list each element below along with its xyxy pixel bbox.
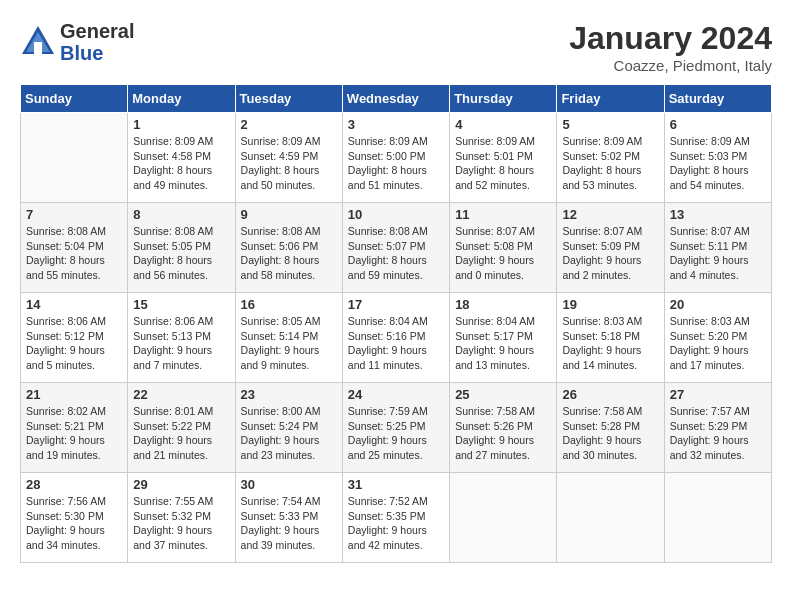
weekday-header-saturday: Saturday [664, 85, 771, 113]
calendar-cell: 18Sunrise: 8:04 AM Sunset: 5:17 PM Dayli… [450, 293, 557, 383]
calendar-cell: 3Sunrise: 8:09 AM Sunset: 5:00 PM Daylig… [342, 113, 449, 203]
day-info: Sunrise: 8:04 AM Sunset: 5:16 PM Dayligh… [348, 314, 444, 373]
day-number: 10 [348, 207, 444, 222]
calendar-cell: 2Sunrise: 8:09 AM Sunset: 4:59 PM Daylig… [235, 113, 342, 203]
calendar-cell: 5Sunrise: 8:09 AM Sunset: 5:02 PM Daylig… [557, 113, 664, 203]
day-number: 13 [670, 207, 766, 222]
day-number: 17 [348, 297, 444, 312]
calendar-cell: 17Sunrise: 8:04 AM Sunset: 5:16 PM Dayli… [342, 293, 449, 383]
calendar-cell: 23Sunrise: 8:00 AM Sunset: 5:24 PM Dayli… [235, 383, 342, 473]
day-number: 22 [133, 387, 229, 402]
calendar-cell: 10Sunrise: 8:08 AM Sunset: 5:07 PM Dayli… [342, 203, 449, 293]
day-info: Sunrise: 8:03 AM Sunset: 5:20 PM Dayligh… [670, 314, 766, 373]
calendar-cell: 25Sunrise: 7:58 AM Sunset: 5:26 PM Dayli… [450, 383, 557, 473]
day-number: 20 [670, 297, 766, 312]
day-number: 1 [133, 117, 229, 132]
weekday-row: SundayMondayTuesdayWednesdayThursdayFrid… [21, 85, 772, 113]
calendar-header: SundayMondayTuesdayWednesdayThursdayFrid… [21, 85, 772, 113]
calendar-cell [450, 473, 557, 563]
day-info: Sunrise: 8:06 AM Sunset: 5:12 PM Dayligh… [26, 314, 122, 373]
calendar-cell: 4Sunrise: 8:09 AM Sunset: 5:01 PM Daylig… [450, 113, 557, 203]
calendar-body: 1Sunrise: 8:09 AM Sunset: 4:58 PM Daylig… [21, 113, 772, 563]
calendar-cell: 26Sunrise: 7:58 AM Sunset: 5:28 PM Dayli… [557, 383, 664, 473]
logo-icon [20, 24, 56, 60]
calendar-cell: 9Sunrise: 8:08 AM Sunset: 5:06 PM Daylig… [235, 203, 342, 293]
day-number: 26 [562, 387, 658, 402]
day-info: Sunrise: 8:09 AM Sunset: 5:01 PM Dayligh… [455, 134, 551, 193]
day-number: 2 [241, 117, 337, 132]
calendar-cell: 13Sunrise: 8:07 AM Sunset: 5:11 PM Dayli… [664, 203, 771, 293]
day-number: 30 [241, 477, 337, 492]
day-number: 25 [455, 387, 551, 402]
day-info: Sunrise: 8:07 AM Sunset: 5:09 PM Dayligh… [562, 224, 658, 283]
day-info: Sunrise: 7:54 AM Sunset: 5:33 PM Dayligh… [241, 494, 337, 553]
calendar-cell: 31Sunrise: 7:52 AM Sunset: 5:35 PM Dayli… [342, 473, 449, 563]
calendar-cell [664, 473, 771, 563]
day-info: Sunrise: 8:09 AM Sunset: 4:59 PM Dayligh… [241, 134, 337, 193]
day-number: 16 [241, 297, 337, 312]
day-info: Sunrise: 8:07 AM Sunset: 5:11 PM Dayligh… [670, 224, 766, 283]
day-info: Sunrise: 8:08 AM Sunset: 5:05 PM Dayligh… [133, 224, 229, 283]
calendar-cell: 12Sunrise: 8:07 AM Sunset: 5:09 PM Dayli… [557, 203, 664, 293]
day-info: Sunrise: 7:58 AM Sunset: 5:26 PM Dayligh… [455, 404, 551, 463]
calendar-cell: 14Sunrise: 8:06 AM Sunset: 5:12 PM Dayli… [21, 293, 128, 383]
weekday-header-thursday: Thursday [450, 85, 557, 113]
calendar-cell: 15Sunrise: 8:06 AM Sunset: 5:13 PM Dayli… [128, 293, 235, 383]
day-info: Sunrise: 8:09 AM Sunset: 5:00 PM Dayligh… [348, 134, 444, 193]
calendar-cell: 21Sunrise: 8:02 AM Sunset: 5:21 PM Dayli… [21, 383, 128, 473]
day-info: Sunrise: 7:57 AM Sunset: 5:29 PM Dayligh… [670, 404, 766, 463]
weekday-header-sunday: Sunday [21, 85, 128, 113]
day-number: 4 [455, 117, 551, 132]
day-info: Sunrise: 7:59 AM Sunset: 5:25 PM Dayligh… [348, 404, 444, 463]
day-info: Sunrise: 8:00 AM Sunset: 5:24 PM Dayligh… [241, 404, 337, 463]
day-info: Sunrise: 8:08 AM Sunset: 5:07 PM Dayligh… [348, 224, 444, 283]
day-number: 12 [562, 207, 658, 222]
page-header: General Blue January 2024 Coazze, Piedmo… [20, 20, 772, 74]
month-title: January 2024 [569, 20, 772, 57]
day-number: 23 [241, 387, 337, 402]
day-info: Sunrise: 8:05 AM Sunset: 5:14 PM Dayligh… [241, 314, 337, 373]
day-number: 5 [562, 117, 658, 132]
day-number: 7 [26, 207, 122, 222]
week-row-5: 28Sunrise: 7:56 AM Sunset: 5:30 PM Dayli… [21, 473, 772, 563]
day-info: Sunrise: 7:52 AM Sunset: 5:35 PM Dayligh… [348, 494, 444, 553]
weekday-header-friday: Friday [557, 85, 664, 113]
day-info: Sunrise: 7:55 AM Sunset: 5:32 PM Dayligh… [133, 494, 229, 553]
calendar-cell: 1Sunrise: 8:09 AM Sunset: 4:58 PM Daylig… [128, 113, 235, 203]
day-info: Sunrise: 8:08 AM Sunset: 5:06 PM Dayligh… [241, 224, 337, 283]
day-number: 28 [26, 477, 122, 492]
week-row-4: 21Sunrise: 8:02 AM Sunset: 5:21 PM Dayli… [21, 383, 772, 473]
calendar-cell: 6Sunrise: 8:09 AM Sunset: 5:03 PM Daylig… [664, 113, 771, 203]
day-info: Sunrise: 8:09 AM Sunset: 5:03 PM Dayligh… [670, 134, 766, 193]
calendar-cell: 27Sunrise: 7:57 AM Sunset: 5:29 PM Dayli… [664, 383, 771, 473]
day-number: 18 [455, 297, 551, 312]
day-info: Sunrise: 8:03 AM Sunset: 5:18 PM Dayligh… [562, 314, 658, 373]
calendar: SundayMondayTuesdayWednesdayThursdayFrid… [20, 84, 772, 563]
day-info: Sunrise: 8:07 AM Sunset: 5:08 PM Dayligh… [455, 224, 551, 283]
calendar-cell: 7Sunrise: 8:08 AM Sunset: 5:04 PM Daylig… [21, 203, 128, 293]
day-number: 9 [241, 207, 337, 222]
day-number: 11 [455, 207, 551, 222]
location: Coazze, Piedmont, Italy [569, 57, 772, 74]
week-row-2: 7Sunrise: 8:08 AM Sunset: 5:04 PM Daylig… [21, 203, 772, 293]
svg-rect-2 [34, 42, 42, 54]
calendar-cell: 11Sunrise: 8:07 AM Sunset: 5:08 PM Dayli… [450, 203, 557, 293]
calendar-cell: 20Sunrise: 8:03 AM Sunset: 5:20 PM Dayli… [664, 293, 771, 383]
calendar-cell: 24Sunrise: 7:59 AM Sunset: 5:25 PM Dayli… [342, 383, 449, 473]
day-number: 14 [26, 297, 122, 312]
calendar-cell: 29Sunrise: 7:55 AM Sunset: 5:32 PM Dayli… [128, 473, 235, 563]
weekday-header-wednesday: Wednesday [342, 85, 449, 113]
calendar-cell: 8Sunrise: 8:08 AM Sunset: 5:05 PM Daylig… [128, 203, 235, 293]
day-number: 27 [670, 387, 766, 402]
day-info: Sunrise: 8:09 AM Sunset: 4:58 PM Dayligh… [133, 134, 229, 193]
day-info: Sunrise: 8:08 AM Sunset: 5:04 PM Dayligh… [26, 224, 122, 283]
logo-blue: Blue [60, 42, 134, 64]
logo-text: General Blue [60, 20, 134, 64]
day-info: Sunrise: 8:06 AM Sunset: 5:13 PM Dayligh… [133, 314, 229, 373]
day-number: 3 [348, 117, 444, 132]
day-info: Sunrise: 8:09 AM Sunset: 5:02 PM Dayligh… [562, 134, 658, 193]
day-info: Sunrise: 7:56 AM Sunset: 5:30 PM Dayligh… [26, 494, 122, 553]
day-info: Sunrise: 8:04 AM Sunset: 5:17 PM Dayligh… [455, 314, 551, 373]
calendar-cell [21, 113, 128, 203]
calendar-cell: 28Sunrise: 7:56 AM Sunset: 5:30 PM Dayli… [21, 473, 128, 563]
